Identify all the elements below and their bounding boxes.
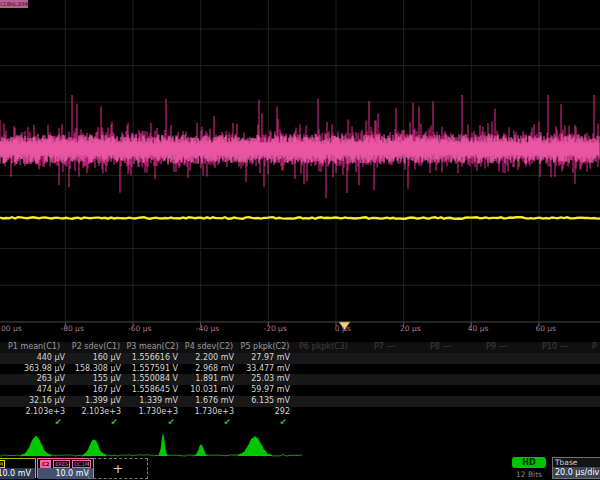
measure-status-check: ✔ bbox=[68, 418, 124, 427]
coupling-badge-c2: C2 bbox=[40, 460, 51, 468]
measure-cell-empty bbox=[586, 374, 600, 385]
measure-cell-min: 1.550084 V bbox=[124, 374, 181, 385]
measure-cell-mean: 158.308 µV bbox=[68, 364, 124, 375]
measure-cell-value: 160 µV bbox=[68, 353, 124, 364]
measure-cell-num: 292 bbox=[237, 407, 293, 418]
measure-cell-value: 440 µV bbox=[0, 353, 68, 364]
channel-c1-descriptor[interactable]: C1DC1M 10.0 mV bbox=[0, 458, 36, 478]
measure-cell-empty bbox=[586, 364, 600, 375]
coupling-badge-eres: ERES bbox=[53, 460, 70, 468]
measure-cell-value: 1.556616 V bbox=[124, 353, 181, 364]
measure-cell-empty bbox=[293, 407, 368, 418]
measure-cell-empty bbox=[536, 353, 586, 364]
time-axis-label: -80 µs bbox=[60, 324, 83, 333]
measure-histicon bbox=[159, 434, 168, 456]
trace-label-badge[interactable]: C2 BWL:20MHz bbox=[0, 0, 28, 8]
measure-cell-empty bbox=[368, 364, 424, 375]
measure-header-inactive[interactable]: P6 pkpk(C3) bbox=[293, 342, 368, 353]
measure-cell-min: 25.03 mV bbox=[237, 374, 293, 385]
measure-cell-empty bbox=[424, 364, 480, 375]
measure-cell-empty bbox=[368, 418, 424, 427]
measure-cell-empty bbox=[368, 353, 424, 364]
measure-table[interactable]: P1 mean(C1)P2 sdev(C1)P3 mean(C2)P4 sdev… bbox=[0, 342, 600, 432]
measure-cell-empty bbox=[586, 407, 600, 418]
hd-mode-badge[interactable]: HD bbox=[512, 457, 546, 468]
measure-status-check: ✔ bbox=[181, 418, 237, 427]
measure-cell-empty bbox=[424, 418, 480, 427]
channel-c2-descriptor[interactable]: C2ERESDC1M 10.0 mV bbox=[37, 458, 94, 478]
measure-cell-empty bbox=[424, 385, 480, 396]
time-axis: 00 µs-80 µs-60 µs-40 µs-20 µs0 µs20 µs40… bbox=[0, 323, 600, 336]
measure-cell-num: 1.730e+3 bbox=[124, 407, 181, 418]
measure-cell-empty bbox=[480, 396, 536, 407]
measure-cell-empty bbox=[293, 374, 368, 385]
measure-cell-empty bbox=[536, 374, 586, 385]
measure-cell-empty bbox=[480, 418, 536, 427]
measure-header-inactive[interactable]: P7 --- bbox=[368, 342, 424, 353]
measure-cell-empty bbox=[586, 418, 600, 427]
histicon-strip bbox=[0, 430, 600, 458]
measure-cell-empty bbox=[368, 385, 424, 396]
measure-header[interactable]: P4 sdev(C2) bbox=[181, 342, 237, 353]
measure-cell-empty bbox=[480, 407, 536, 418]
add-trace-button[interactable]: + bbox=[88, 458, 148, 479]
c1-volts-div: 10.0 mV bbox=[0, 468, 35, 479]
measure-header[interactable]: P2 sdev(C1) bbox=[68, 342, 124, 353]
time-axis-label: 00 µs bbox=[1, 324, 22, 333]
coupling-badge-dc1m: DC1M bbox=[0, 460, 5, 468]
measure-cell-empty bbox=[480, 364, 536, 375]
measure-cell-empty bbox=[293, 353, 368, 364]
measure-cell-empty bbox=[480, 374, 536, 385]
measure-cell-max: 10.031 mV bbox=[181, 385, 237, 396]
measure-histicon bbox=[238, 436, 272, 456]
measure-header[interactable]: P5 pkpk(C2) bbox=[237, 342, 293, 353]
time-axis-label: -40 µs bbox=[196, 324, 219, 333]
c2-volts-div: 10.0 mV bbox=[38, 468, 93, 479]
hd-bits-label: 12 Bits bbox=[510, 470, 548, 479]
timebase-descriptor[interactable]: Tbase 20.0 µs/div bbox=[552, 457, 600, 479]
measure-cell-sdev: 1.339 mV bbox=[124, 396, 181, 407]
measure-cell-value: 27.97 mV bbox=[237, 353, 293, 364]
measure-cell-num: 1.730e+3 bbox=[181, 407, 237, 418]
measure-cell-empty bbox=[536, 364, 586, 375]
time-axis-label: 60 µs bbox=[535, 324, 556, 333]
measure-status-check: ✔ bbox=[237, 418, 293, 427]
measure-cell-empty bbox=[368, 407, 424, 418]
measure-cell-empty bbox=[424, 407, 480, 418]
c2-trace-core bbox=[0, 134, 599, 164]
time-axis-label: 20 µs bbox=[400, 324, 421, 333]
measure-cell-sdev: 1.399 µV bbox=[68, 396, 124, 407]
measure-cell-empty bbox=[293, 385, 368, 396]
graticule[interactable] bbox=[0, 0, 600, 338]
measure-cell-empty bbox=[424, 396, 480, 407]
measure-status-check: ✔ bbox=[0, 418, 68, 427]
measure-cell-min: 1.891 mV bbox=[181, 374, 237, 385]
measure-header[interactable]: P3 mean(C2) bbox=[124, 342, 181, 353]
measure-cell-empty bbox=[586, 353, 600, 364]
measure-header-inactive[interactable]: P10 --- bbox=[536, 342, 586, 353]
measure-status-check: ✔ bbox=[124, 418, 181, 427]
measure-cell-empty bbox=[586, 385, 600, 396]
timebase-title: Tbase bbox=[553, 458, 600, 467]
oscilloscope-screen: C2 BWL:20MHz 00 µs-80 µs-60 µs-40 µs-20 … bbox=[0, 0, 600, 480]
measure-cell-empty bbox=[536, 385, 586, 396]
measure-cell-empty bbox=[480, 385, 536, 396]
measure-header-inactive[interactable]: P9 --- bbox=[480, 342, 536, 353]
measure-cell-mean: 2.968 mV bbox=[181, 364, 237, 375]
measure-cell-sdev: 32.16 µV bbox=[0, 396, 68, 407]
measure-cell-max: 167 µV bbox=[68, 385, 124, 396]
descriptor-bar: C1DC1M 10.0 mV C2ERESDC1M 10.0 mV + HD 1… bbox=[0, 457, 600, 480]
measure-cell-max: 1.558645 V bbox=[124, 385, 181, 396]
measure-cell-empty bbox=[293, 364, 368, 375]
measure-header-inactive[interactable]: P8 --- bbox=[424, 342, 480, 353]
measure-cell-mean: 1.557591 V bbox=[124, 364, 181, 375]
measure-cell-empty bbox=[368, 396, 424, 407]
measure-cell-empty bbox=[424, 374, 480, 385]
measure-cell-value: 2.200 mV bbox=[181, 353, 237, 364]
measure-header-inactive[interactable]: P bbox=[586, 342, 600, 353]
timebase-value: 20.0 µs/div bbox=[553, 467, 600, 478]
measure-header[interactable]: P1 mean(C1) bbox=[0, 342, 68, 353]
measure-cell-num: 2.103e+3 bbox=[68, 407, 124, 418]
measure-cell-empty bbox=[368, 374, 424, 385]
measure-cell-num: 2.103e+3 bbox=[0, 407, 68, 418]
